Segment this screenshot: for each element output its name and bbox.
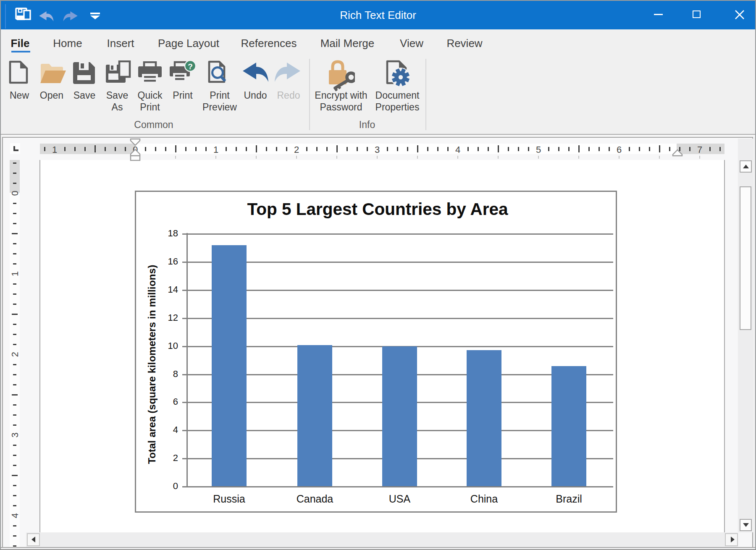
svg-text:?: ? (188, 62, 193, 71)
